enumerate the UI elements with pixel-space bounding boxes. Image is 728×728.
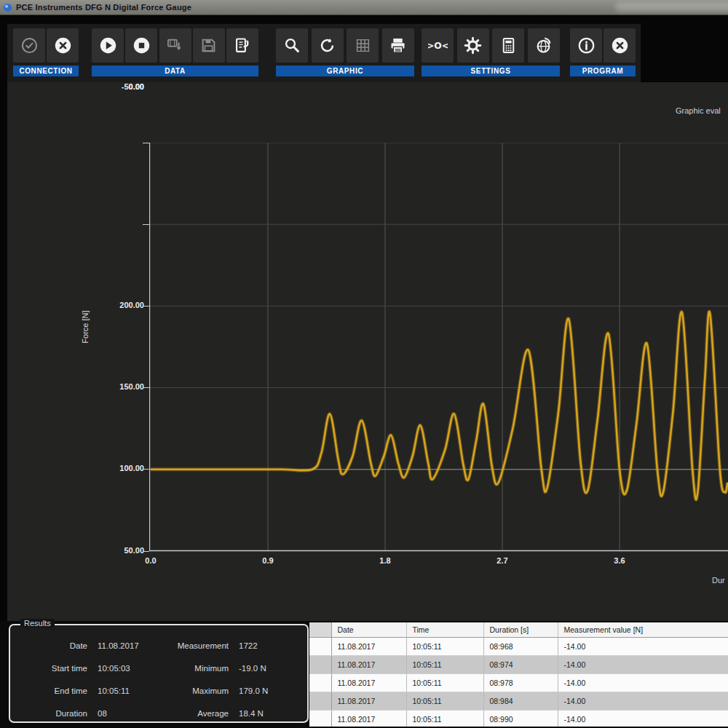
exit-x-circle-icon [610,36,630,55]
results-groupbox: Results Date11.08.2017Start time10:05:03… [9,624,309,723]
table-row[interactable]: 11.08.201710:05:1108:978-14.00 [309,674,728,692]
magnifier-icon [282,36,302,55]
y-axis-label: Force [N] [81,294,90,360]
result-value: 10:05:11 [98,687,130,695]
column-header[interactable]: Time [406,622,483,638]
table-cell: 08:974 [483,656,558,674]
measurement-table: DateTimeDuration [s]Measurement value [N… [309,622,728,727]
row-selector[interactable] [309,656,331,674]
result-value: 18.4 N [239,709,264,718]
y-tick-mark [143,387,149,388]
row-selector[interactable] [309,638,331,656]
exit-button[interactable] [604,28,636,63]
y-tick-label: -50.00 [102,82,144,91]
y-tick-mark [143,143,149,143]
print-button[interactable] [382,28,414,63]
gear-icon [463,36,483,55]
result-value: -19.0 N [239,664,266,673]
tare-icon: >O< [428,36,448,55]
table-cell: -14.00 [558,674,728,692]
force-curve [151,312,728,499]
refresh-button[interactable] [312,28,344,63]
column-header[interactable]: Measurement value [N] [558,622,728,638]
result-field: Start time10:05:03 [15,657,153,679]
x-circle-icon [53,36,73,55]
force-curve [151,312,728,499]
chart-title: Graphic eval [676,106,721,115]
toolbar-group-label: CONNECTION [13,66,79,76]
table-cell: 11.08.2017 [331,711,406,727]
toolbar-group-label: SETTINGS [422,66,560,76]
table-row[interactable]: 11.08.201710:05:1108:984-14.00 [309,692,728,711]
stop-measurement-button[interactable] [125,28,157,63]
language-button[interactable] [528,28,560,63]
toolbar-group-label: PROGRAM [570,66,636,76]
window-title: PCE Instruments DFG N Digital Force Gaug… [16,3,191,12]
result-label: Duration [15,709,87,718]
table-cell: -14.00 [558,711,728,727]
result-label: Minimum [156,664,229,673]
result-field: Minimum-19.0 N [156,657,301,679]
toolbar-group-label: GRAPHIC [276,66,414,76]
zoom-button[interactable] [276,28,308,63]
data-transfer-icon [165,36,185,55]
column-header[interactable]: Duration [s] [483,622,558,638]
table-row[interactable]: 11.08.201710:05:1108:990-14.00 [309,711,728,727]
y-tick-mark [143,551,149,552]
table-cell: 10:05:11 [406,692,483,711]
table-cell: -14.00 [558,638,728,656]
chart-plot-area[interactable] [149,143,728,552]
grid-icon [353,36,373,55]
row-selector[interactable] [309,711,331,727]
table-cell: 10:05:11 [406,656,483,674]
disconnect-button[interactable] [47,28,79,63]
transfer-data-button[interactable] [159,28,191,63]
result-label: Maximum [156,687,229,695]
table-row[interactable]: 11.08.201710:05:1108:974-14.00 [309,656,728,674]
start-measurement-button[interactable] [92,28,124,63]
toolbar-group-data: DATA [92,28,258,76]
x-tick-label: 2.7 [486,556,518,565]
bottom-panel: Results Date11.08.2017Start time10:05:03… [0,621,728,728]
toolbar-group-program: PROGRAM [570,28,636,76]
x-tick-label: 1.8 [369,556,401,565]
y-tick-label: 50.00 [102,546,144,555]
export-data-button[interactable] [226,28,258,63]
result-field: Date11.08.2017 [15,634,153,657]
y-tick-mark [143,306,149,306]
info-button[interactable] [570,28,602,63]
row-selector-header [309,622,331,638]
y-tick-label: 150.00 [102,382,144,391]
row-selector[interactable] [309,692,331,711]
table-cell: 11.08.2017 [331,656,406,674]
result-field: Duration08 [15,702,153,724]
titlebar-highlight [615,2,728,12]
x-axis-label: Dur [712,576,725,585]
table-cell: 10:05:11 [406,674,483,692]
result-field: End time10:05:11 [15,679,153,702]
table-cell: -14.00 [558,656,728,674]
table-cell: 11.08.2017 [331,692,406,711]
column-header[interactable]: Date [331,622,406,638]
row-selector[interactable] [309,674,331,692]
app-icon[interactable] [3,3,12,12]
y-tick-mark [143,469,149,470]
calculator-button[interactable] [492,28,524,63]
tare-button[interactable]: >O< [422,28,454,63]
result-label: Start time [15,664,87,673]
connect-button[interactable] [13,28,45,63]
chart-panel: Graphic eval Force [N] 200.00 150.00 100… [7,82,728,621]
result-label: End time [15,687,87,695]
table-cell: 11.08.2017 [331,638,406,656]
calculator-icon [499,36,518,55]
settings-button[interactable] [457,28,489,63]
check-circle-icon [20,36,39,55]
table-row[interactable]: 11.08.201710:05:1108:968-14.00 [309,638,728,656]
result-label: Measurement [156,641,229,650]
grid-button[interactable] [347,28,379,63]
printer-icon [388,36,408,55]
save-data-button[interactable] [193,28,225,63]
stop-circle-icon [132,36,151,55]
y-tick-label: 100.00 [102,464,144,472]
info-circle-icon [577,36,596,55]
